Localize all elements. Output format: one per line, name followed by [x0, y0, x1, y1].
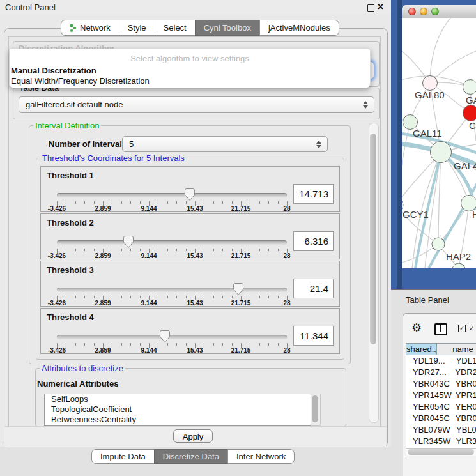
threshold-value-field[interactable]: 6.316: [293, 231, 334, 251]
tick-label: 28: [283, 300, 290, 307]
network-icon: [70, 24, 77, 33]
attribute-list-item[interactable]: BetweennessCentrality: [45, 415, 311, 425]
attributes-group: Attributes to discretize Numerical Attri…: [35, 368, 346, 427]
tick-label: 2.859: [95, 300, 111, 307]
table-row[interactable]: YBL079WYBL0: [406, 424, 476, 436]
tab-label: Style: [128, 23, 146, 33]
threshold-value-field[interactable]: 14.713: [293, 184, 334, 204]
network-canvas[interactable]: GAL80GACGAL11GAL4HGCY1HAP2: [402, 18, 476, 268]
tab-impute-data[interactable]: Impute Data: [91, 449, 155, 464]
threshold-slider[interactable]: [57, 235, 287, 248]
control-panel: Control Panel NetworkStyleSelectCyni Too…: [0, 0, 391, 476]
popup-hint: Select algorithm to view settings: [10, 54, 370, 63]
shared-name-cell: YLR345W: [406, 436, 452, 447]
table-panel-body: shared... name YDL19...YDL1YDR27...YDR2Y…: [403, 313, 476, 476]
column-header-shared-name[interactable]: shared...: [406, 343, 437, 355]
tick-label: 15.43: [187, 347, 203, 354]
algorithm-option[interactable]: Equal Width/Frequency Discretization: [11, 76, 150, 86]
tab-label: Discretize Data: [163, 452, 219, 461]
threshold-label: Threshold 2: [47, 218, 94, 227]
split-columns-icon[interactable]: [434, 323, 447, 335]
table-row[interactable]: YER054CYER0: [406, 401, 476, 413]
attribute-list-item[interactable]: TopologicalCoefficient: [45, 404, 311, 415]
slider-track[interactable]: [57, 240, 287, 245]
column-header-name[interactable]: name: [437, 343, 476, 355]
tab-jactivemnodules[interactable]: jActiveMNodules: [259, 20, 339, 36]
table-row[interactable]: YDL19...YDL1: [406, 355, 476, 367]
select-all-icon[interactable]: [458, 325, 466, 332]
select-none-icon[interactable]: [468, 325, 475, 332]
tab-network[interactable]: Network: [61, 20, 119, 36]
network-node[interactable]: [463, 105, 476, 121]
network-edge[interactable]: [430, 51, 476, 83]
slider-thumb[interactable]: [160, 330, 170, 342]
name-cell: YDL1: [452, 355, 476, 367]
tab-cyni-toolbox[interactable]: Cyni Toolbox: [195, 20, 260, 36]
table-row[interactable]: YPR145WYPR1: [406, 390, 476, 401]
table-panel-title: Table Panel: [406, 295, 449, 305]
node-label: H: [472, 209, 476, 220]
threshold-slider[interactable]: [57, 188, 287, 201]
network-node[interactable]: [452, 263, 465, 268]
table-row[interactable]: YDR27...YDR2: [406, 367, 476, 378]
slider-track[interactable]: [57, 193, 287, 197]
tick-label: 21.715: [231, 347, 251, 354]
slider-track[interactable]: [57, 335, 287, 339]
slider-thumb[interactable]: [123, 236, 134, 248]
network-window-titlebar[interactable]: [402, 5, 476, 19]
tab-infer-network[interactable]: Infer Network: [227, 449, 295, 464]
zoom-traffic-light-icon[interactable]: [431, 8, 439, 15]
table-data-combobox[interactable]: galFiltered.sif default node: [19, 96, 374, 113]
tick-label: -3.426: [48, 347, 66, 354]
slider-track[interactable]: [57, 288, 287, 292]
tick-label: 9.144: [141, 205, 157, 212]
minimize-traffic-light-icon[interactable]: [420, 8, 427, 15]
tab-style[interactable]: Style: [119, 20, 155, 36]
numerical-attributes-list[interactable]: SelfLoopsTopologicalCoefficientBetweenne…: [44, 394, 311, 426]
attribute-list-item[interactable]: SelfLoops: [45, 394, 311, 404]
attributes-list-scrollbar[interactable]: [311, 394, 321, 426]
number-of-intervals-label: Number of Intervals: [49, 139, 127, 149]
close-traffic-light-icon[interactable]: [408, 8, 416, 15]
tab-label: Cyni Toolbox: [204, 23, 251, 33]
tab-discretize-data[interactable]: Discretize Data: [154, 449, 228, 464]
close-icon[interactable]: [377, 2, 386, 12]
slider-thumb[interactable]: [185, 188, 195, 201]
scrollbar-thumb[interactable]: [312, 395, 318, 422]
network-edge[interactable]: [430, 18, 454, 83]
up-down-arrows-icon[interactable]: [363, 101, 368, 109]
algorithm-dropdown-popup: Select algorithm to view settings Manual…: [9, 49, 371, 88]
up-down-arrows-icon[interactable]: [316, 141, 321, 148]
gear-icon[interactable]: [411, 322, 422, 334]
tab-label: jActiveMNodules: [268, 23, 330, 33]
network-node[interactable]: [463, 80, 476, 95]
group-title: Interval Definition: [33, 121, 101, 130]
slider-thumb[interactable]: [233, 283, 243, 295]
name-cell: YER0: [452, 401, 476, 413]
number-of-intervals-spinner[interactable]: 5: [122, 136, 328, 152]
settings-scrollbar[interactable]: [369, 123, 379, 423]
node-label: GAL80: [415, 89, 445, 100]
scrollbar-thumb[interactable]: [370, 134, 376, 344]
float-window-icon[interactable]: [367, 4, 374, 12]
table-row[interactable]: YBR045CYBR0: [406, 413, 476, 424]
threshold-slider[interactable]: [57, 330, 287, 342]
threshold-slider[interactable]: [57, 282, 287, 295]
algorithm-option[interactable]: Manual Discretization: [11, 66, 96, 75]
tab-label: Select: [164, 23, 187, 33]
table-row[interactable]: YBR043CYBR0: [406, 378, 476, 390]
table-row[interactable]: YLR345WYLR3: [406, 436, 476, 447]
network-node[interactable]: [423, 76, 438, 91]
threshold-label: Threshold 3: [47, 265, 94, 275]
threshold-value-field[interactable]: 11.344: [293, 326, 334, 346]
scrollbar-thumb[interactable]: [408, 449, 474, 455]
threshold-value-field[interactable]: 21.4: [293, 279, 334, 298]
table-horizontal-scrollbar[interactable]: [406, 448, 476, 456]
table-data-group: Table Data galFiltered.sif default node: [13, 88, 380, 119]
shared-name-cell: YER054C: [406, 401, 452, 413]
network-node[interactable]: [431, 142, 452, 163]
group-title: Threshold's Coordinates for 5 Intervals: [40, 153, 187, 163]
apply-button[interactable]: Apply: [173, 429, 213, 443]
tab-select[interactable]: Select: [155, 20, 196, 36]
network-node[interactable]: [432, 238, 445, 250]
